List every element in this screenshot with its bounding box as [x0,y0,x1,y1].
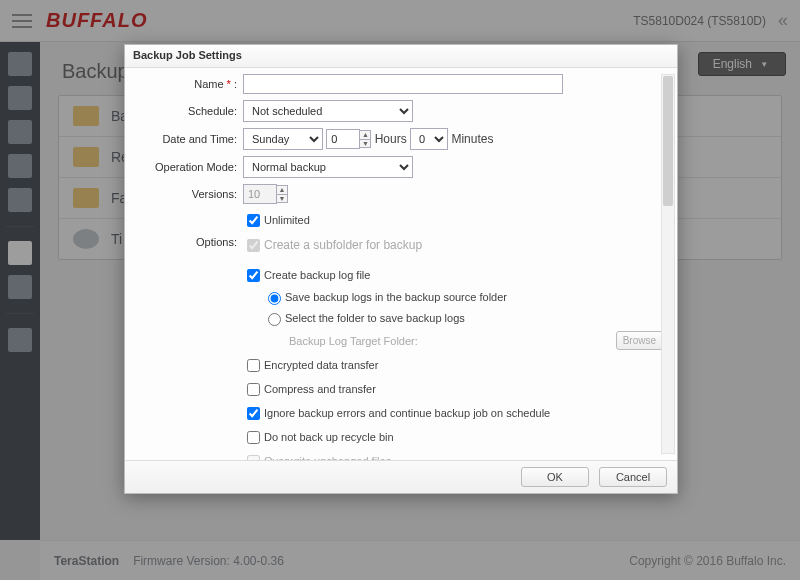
schedule-select[interactable]: Not scheduled [243,100,413,122]
opt-log-src-label: Save backup logs in the backup source fo… [285,291,507,303]
opt-ignore-label: Ignore backup errors and continue backup… [264,407,550,419]
hours-unit: Hours [375,132,407,146]
opt-overwrite-checkbox [247,455,260,460]
opt-log-sel-label: Select the folder to save backup logs [285,312,465,324]
opt-log-target-label: Backup Log Target Folder: [289,335,418,347]
dialog-title: Backup Job Settings [125,45,677,68]
opt-subfolder-checkbox [247,239,260,252]
hours-spinner[interactable]: ▲▼ [359,130,371,148]
ok-button[interactable]: OK [521,467,589,487]
unlimited-label: Unlimited [264,214,310,226]
backup-job-settings-dialog: Backup Job Settings Name * : Schedule: N… [124,44,678,494]
versions-input [243,184,277,204]
opt-log-sel-radio[interactable] [268,313,281,326]
versions-label: Versions: [139,188,237,200]
opt-compress-label: Compress and transfer [264,383,376,395]
opt-enc-label: Encrypted data transfer [264,359,378,371]
opt-overwrite-label: Overwrite unchanged files [264,455,391,461]
unlimited-checkbox[interactable] [247,214,260,227]
options-label: Options: [139,236,237,248]
opmode-label: Operation Mode: [139,161,237,173]
dialog-scrollbar[interactable] [661,74,675,454]
datetime-label: Date and Time: [139,133,237,145]
opt-ignore-checkbox[interactable] [247,407,260,420]
opt-compress-checkbox[interactable] [247,383,260,396]
opt-log-src-radio[interactable] [268,292,281,305]
day-select[interactable]: Sunday [243,128,323,150]
opmode-select[interactable]: Normal backup [243,156,413,178]
hours-input[interactable] [326,129,360,149]
opt-subfolder-label: Create a subfolder for backup [264,238,422,252]
name-input[interactable] [243,74,563,94]
opt-recycle-checkbox[interactable] [247,431,260,444]
schedule-label: Schedule: [139,105,237,117]
opt-logfile-label: Create backup log file [264,269,370,281]
browse-button: Browse [616,331,663,350]
minutes-unit: Minutes [451,132,493,146]
versions-spinner: ▲▼ [276,185,288,203]
name-label: Name * : [139,78,237,90]
minutes-select[interactable]: 0 [410,128,448,150]
cancel-button[interactable]: Cancel [599,467,667,487]
opt-recycle-label: Do not back up recycle bin [264,431,394,443]
opt-logfile-checkbox[interactable] [247,269,260,282]
opt-enc-checkbox[interactable] [247,359,260,372]
